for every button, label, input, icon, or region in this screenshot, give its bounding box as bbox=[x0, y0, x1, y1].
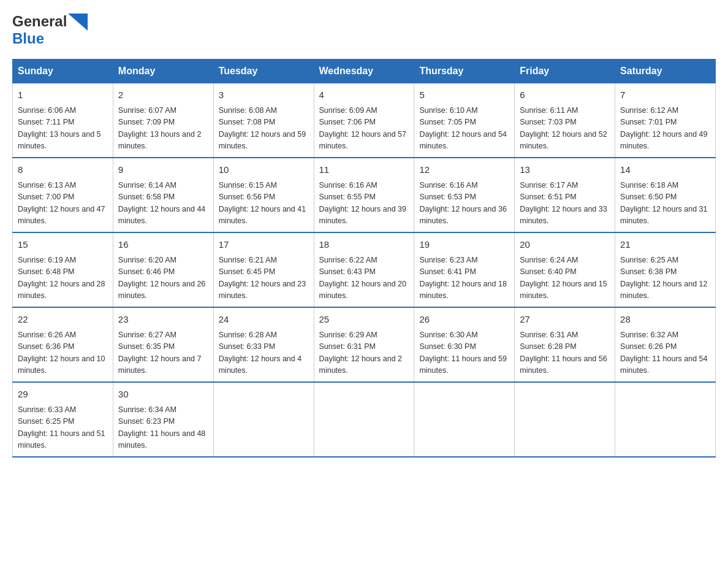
day-number: 6 bbox=[520, 88, 610, 102]
calendar-day: 19 Sunrise: 6:23 AM Sunset: 6:41 PM Dayl… bbox=[414, 232, 515, 307]
calendar-day: 30 Sunrise: 6:34 AM Sunset: 6:23 PM Dayl… bbox=[113, 382, 213, 457]
calendar-day: 10 Sunrise: 6:15 AM Sunset: 6:56 PM Dayl… bbox=[213, 158, 314, 232]
calendar-day: 4 Sunrise: 6:09 AM Sunset: 7:06 PM Dayli… bbox=[314, 83, 414, 158]
day-number: 13 bbox=[520, 163, 610, 177]
day-number: 9 bbox=[118, 163, 208, 177]
calendar-week-4: 22 Sunrise: 6:26 AM Sunset: 6:36 PM Dayl… bbox=[13, 307, 716, 382]
calendar-day: 29 Sunrise: 6:33 AM Sunset: 6:25 PM Dayl… bbox=[13, 382, 113, 457]
day-number: 18 bbox=[319, 238, 409, 252]
logo-triangle-icon bbox=[68, 13, 88, 31]
calendar-day: 7 Sunrise: 6:12 AM Sunset: 7:01 PM Dayli… bbox=[615, 83, 716, 158]
calendar-day bbox=[314, 382, 414, 457]
logo: General Blue bbox=[12, 12, 88, 47]
calendar-week-3: 15 Sunrise: 6:19 AM Sunset: 6:48 PM Dayl… bbox=[13, 232, 716, 307]
day-number: 7 bbox=[620, 88, 710, 102]
day-number: 8 bbox=[18, 163, 108, 177]
day-info: Sunrise: 6:19 AM Sunset: 6:48 PM Dayligh… bbox=[18, 255, 108, 302]
day-info: Sunrise: 6:20 AM Sunset: 6:46 PM Dayligh… bbox=[118, 255, 208, 302]
day-info: Sunrise: 6:11 AM Sunset: 7:03 PM Dayligh… bbox=[520, 105, 610, 153]
calendar-day: 17 Sunrise: 6:21 AM Sunset: 6:45 PM Dayl… bbox=[213, 232, 314, 307]
day-number: 15 bbox=[18, 238, 108, 252]
calendar-week-2: 8 Sunrise: 6:13 AM Sunset: 7:00 PM Dayli… bbox=[13, 158, 716, 232]
column-header-thursday: Thursday bbox=[414, 59, 515, 83]
calendar-day: 15 Sunrise: 6:19 AM Sunset: 6:48 PM Dayl… bbox=[13, 232, 113, 307]
day-info: Sunrise: 6:21 AM Sunset: 6:45 PM Dayligh… bbox=[219, 255, 309, 302]
day-number: 3 bbox=[219, 88, 309, 102]
calendar-day: 22 Sunrise: 6:26 AM Sunset: 6:36 PM Dayl… bbox=[13, 307, 113, 382]
day-info: Sunrise: 6:16 AM Sunset: 6:53 PM Dayligh… bbox=[419, 180, 509, 228]
day-number: 21 bbox=[620, 238, 710, 252]
calendar-day: 21 Sunrise: 6:25 AM Sunset: 6:38 PM Dayl… bbox=[615, 232, 716, 307]
day-number: 29 bbox=[18, 388, 108, 402]
day-info: Sunrise: 6:06 AM Sunset: 7:11 PM Dayligh… bbox=[18, 105, 108, 153]
day-info: Sunrise: 6:15 AM Sunset: 6:56 PM Dayligh… bbox=[219, 180, 309, 228]
day-info: Sunrise: 6:09 AM Sunset: 7:06 PM Dayligh… bbox=[319, 105, 409, 153]
day-info: Sunrise: 6:25 AM Sunset: 6:38 PM Dayligh… bbox=[620, 255, 710, 302]
page-header: General Blue bbox=[12, 12, 716, 47]
day-number: 27 bbox=[520, 313, 610, 327]
calendar-day: 6 Sunrise: 6:11 AM Sunset: 7:03 PM Dayli… bbox=[515, 83, 615, 158]
logo-general: General bbox=[12, 13, 67, 29]
day-info: Sunrise: 6:27 AM Sunset: 6:35 PM Dayligh… bbox=[118, 329, 208, 377]
calendar-day bbox=[515, 382, 615, 457]
calendar-day: 11 Sunrise: 6:16 AM Sunset: 6:55 PM Dayl… bbox=[314, 158, 414, 232]
day-info: Sunrise: 6:18 AM Sunset: 6:50 PM Dayligh… bbox=[620, 180, 710, 228]
day-info: Sunrise: 6:14 AM Sunset: 6:58 PM Dayligh… bbox=[118, 180, 208, 228]
calendar-week-1: 1 Sunrise: 6:06 AM Sunset: 7:11 PM Dayli… bbox=[13, 83, 716, 158]
day-info: Sunrise: 6:17 AM Sunset: 6:51 PM Dayligh… bbox=[520, 180, 610, 228]
day-info: Sunrise: 6:07 AM Sunset: 7:09 PM Dayligh… bbox=[118, 105, 208, 153]
svg-marker-0 bbox=[68, 13, 88, 31]
day-info: Sunrise: 6:16 AM Sunset: 6:55 PM Dayligh… bbox=[319, 180, 409, 228]
calendar-day: 1 Sunrise: 6:06 AM Sunset: 7:11 PM Dayli… bbox=[13, 83, 113, 158]
calendar-day: 24 Sunrise: 6:28 AM Sunset: 6:33 PM Dayl… bbox=[213, 307, 314, 382]
calendar-day: 3 Sunrise: 6:08 AM Sunset: 7:08 PM Dayli… bbox=[213, 83, 314, 158]
day-number: 22 bbox=[18, 313, 108, 327]
calendar-day: 8 Sunrise: 6:13 AM Sunset: 7:00 PM Dayli… bbox=[13, 158, 113, 232]
calendar-day: 16 Sunrise: 6:20 AM Sunset: 6:46 PM Dayl… bbox=[113, 232, 213, 307]
calendar-day bbox=[213, 382, 314, 457]
calendar-day: 18 Sunrise: 6:22 AM Sunset: 6:43 PM Dayl… bbox=[314, 232, 414, 307]
calendar-day: 25 Sunrise: 6:29 AM Sunset: 6:31 PM Dayl… bbox=[314, 307, 414, 382]
day-number: 17 bbox=[219, 238, 309, 252]
day-number: 20 bbox=[520, 238, 610, 252]
day-number: 2 bbox=[118, 88, 208, 102]
calendar-day: 26 Sunrise: 6:30 AM Sunset: 6:30 PM Dayl… bbox=[414, 307, 515, 382]
day-info: Sunrise: 6:29 AM Sunset: 6:31 PM Dayligh… bbox=[319, 329, 409, 377]
calendar-day: 13 Sunrise: 6:17 AM Sunset: 6:51 PM Dayl… bbox=[515, 158, 615, 232]
calendar-body: 1 Sunrise: 6:06 AM Sunset: 7:11 PM Dayli… bbox=[13, 83, 716, 458]
calendar-day: 12 Sunrise: 6:16 AM Sunset: 6:53 PM Dayl… bbox=[414, 158, 515, 232]
day-number: 19 bbox=[419, 238, 509, 252]
day-number: 24 bbox=[219, 313, 309, 327]
logo-text: General Blue bbox=[12, 12, 88, 47]
calendar-day bbox=[615, 382, 716, 457]
day-number: 16 bbox=[118, 238, 208, 252]
day-info: Sunrise: 6:10 AM Sunset: 7:05 PM Dayligh… bbox=[419, 105, 509, 153]
day-info: Sunrise: 6:08 AM Sunset: 7:08 PM Dayligh… bbox=[219, 105, 309, 153]
day-info: Sunrise: 6:31 AM Sunset: 6:28 PM Dayligh… bbox=[520, 329, 610, 377]
day-number: 26 bbox=[419, 313, 509, 327]
calendar-day: 9 Sunrise: 6:14 AM Sunset: 6:58 PM Dayli… bbox=[113, 158, 213, 232]
day-info: Sunrise: 6:22 AM Sunset: 6:43 PM Dayligh… bbox=[319, 255, 409, 302]
calendar-day: 14 Sunrise: 6:18 AM Sunset: 6:50 PM Dayl… bbox=[615, 158, 716, 232]
column-header-monday: Monday bbox=[113, 59, 213, 83]
day-number: 4 bbox=[319, 88, 409, 102]
day-info: Sunrise: 6:24 AM Sunset: 6:40 PM Dayligh… bbox=[520, 255, 610, 302]
day-info: Sunrise: 6:30 AM Sunset: 6:30 PM Dayligh… bbox=[419, 329, 509, 377]
day-info: Sunrise: 6:33 AM Sunset: 6:25 PM Dayligh… bbox=[18, 404, 108, 452]
column-header-friday: Friday bbox=[515, 59, 615, 83]
day-number: 12 bbox=[419, 163, 509, 177]
calendar-day: 27 Sunrise: 6:31 AM Sunset: 6:28 PM Dayl… bbox=[515, 307, 615, 382]
column-header-wednesday: Wednesday bbox=[314, 59, 414, 83]
day-info: Sunrise: 6:32 AM Sunset: 6:26 PM Dayligh… bbox=[620, 329, 710, 377]
logo-container: General Blue bbox=[12, 12, 88, 47]
day-number: 10 bbox=[219, 163, 309, 177]
day-number: 5 bbox=[419, 88, 509, 102]
day-info: Sunrise: 6:28 AM Sunset: 6:33 PM Dayligh… bbox=[219, 329, 309, 377]
day-info: Sunrise: 6:12 AM Sunset: 7:01 PM Dayligh… bbox=[620, 105, 710, 153]
calendar-day bbox=[414, 382, 515, 457]
day-number: 11 bbox=[319, 163, 409, 177]
column-header-sunday: Sunday bbox=[13, 59, 113, 83]
calendar-day: 2 Sunrise: 6:07 AM Sunset: 7:09 PM Dayli… bbox=[113, 83, 213, 158]
column-header-tuesday: Tuesday bbox=[213, 59, 314, 83]
day-number: 14 bbox=[620, 163, 710, 177]
